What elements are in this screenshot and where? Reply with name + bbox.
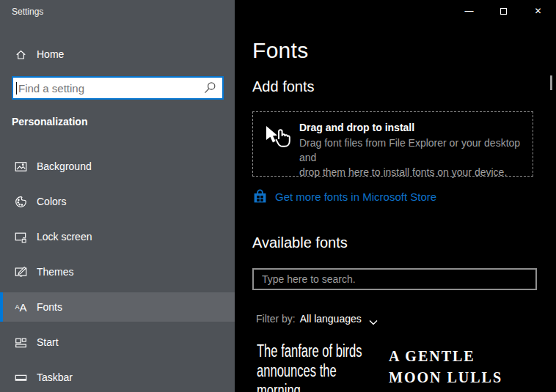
font-preview-tile[interactable]: A GENTLE MOON LULLS [389, 346, 502, 388]
font-preview-line: The fanfare of birds [257, 341, 362, 361]
filter-value: All languages [300, 313, 362, 325]
page-title: Fonts [252, 38, 309, 63]
find-setting-input[interactable] [17, 82, 203, 95]
minimize-icon: — [465, 6, 474, 16]
font-preview-line: announces the [257, 361, 362, 381]
sidebar-item-home[interactable]: Home [0, 41, 235, 67]
window-controls: — ✕ [452, 0, 555, 22]
sidebar: Settings Home Personalization Background [0, 0, 235, 392]
dropzone-description: Drag font files from File Explorer or yo… [299, 136, 524, 180]
sidebar-item-label: Colors [37, 196, 66, 207]
fonts-icon: AA [15, 301, 27, 314]
search-icon [203, 81, 216, 95]
font-search-input[interactable] [254, 273, 535, 285]
sidebar-item-fonts[interactable]: AA Fonts [0, 292, 235, 322]
fonts-page: — ✕ Fonts Add fonts Drag and drop to ins… [235, 0, 556, 392]
touch-pointer-icon [263, 122, 290, 150]
app-title: Settings [12, 7, 43, 17]
close-button[interactable]: ✕ [521, 0, 555, 22]
font-preview-line: A GENTLE [389, 346, 502, 367]
available-fonts-heading: Available fonts [252, 234, 348, 251]
lock-screen-icon [15, 231, 27, 243]
sidebar-item-label: Themes [37, 266, 74, 278]
sidebar-item-background[interactable]: Background [0, 152, 235, 181]
sidebar-item-label: Lock screen [37, 231, 92, 243]
sidebar-item-label: Home [37, 48, 64, 60]
get-more-fonts-link[interactable]: Get more fonts in Microsoft Store [252, 189, 436, 204]
find-setting-searchbox[interactable] [12, 76, 224, 100]
sidebar-item-themes[interactable]: Themes [0, 257, 235, 286]
microsoft-store-icon [252, 189, 268, 204]
drag-drop-zone[interactable]: Drag and drop to install Drag font files… [252, 111, 533, 177]
font-preview-line: MOON LULLS [389, 367, 502, 388]
vertical-scrollbar[interactable] [550, 75, 552, 90]
sidebar-item-colors[interactable]: Colors [0, 187, 235, 216]
palette-icon [15, 196, 27, 208]
background-icon [15, 160, 27, 173]
get-more-fonts-label: Get more fonts in Microsoft Store [275, 191, 436, 203]
add-fonts-heading: Add fonts [252, 78, 315, 95]
maximize-button[interactable] [486, 0, 521, 22]
font-searchbox[interactable] [252, 268, 537, 290]
sidebar-section-personalization: Personalization [12, 116, 87, 127]
sidebar-item-label: Start [37, 336, 59, 348]
language-filter-dropdown[interactable]: Filter by: All languages [256, 313, 378, 325]
sidebar-item-start[interactable]: Start [0, 328, 235, 357]
start-tiles-icon [15, 336, 27, 349]
sidebar-item-label: Taskbar [37, 371, 73, 383]
dropzone-text: Drag and drop to install Drag font files… [299, 122, 524, 176]
maximize-icon [500, 8, 507, 15]
dropzone-title: Drag and drop to install [299, 122, 524, 133]
filter-by-label: Filter by: [256, 313, 296, 325]
taskbar-icon [15, 371, 27, 384]
chevron-down-icon [369, 316, 378, 322]
sidebar-item-label: Fonts [37, 301, 62, 313]
sidebar-item-label: Background [37, 160, 92, 172]
close-icon: ✕ [534, 6, 541, 16]
font-preview-line: morning [257, 381, 362, 392]
sidebar-item-taskbar[interactable]: Taskbar [0, 363, 235, 392]
settings-window: Settings Home Personalization Background [0, 0, 556, 392]
selected-indicator [0, 292, 3, 322]
minimize-button[interactable]: — [452, 0, 486, 22]
font-preview-tile[interactable]: The fanfare of birds announces the morni… [257, 341, 362, 392]
sidebar-item-lock-screen[interactable]: Lock screen [0, 222, 235, 251]
themes-icon [15, 266, 27, 278]
home-icon [15, 48, 27, 61]
